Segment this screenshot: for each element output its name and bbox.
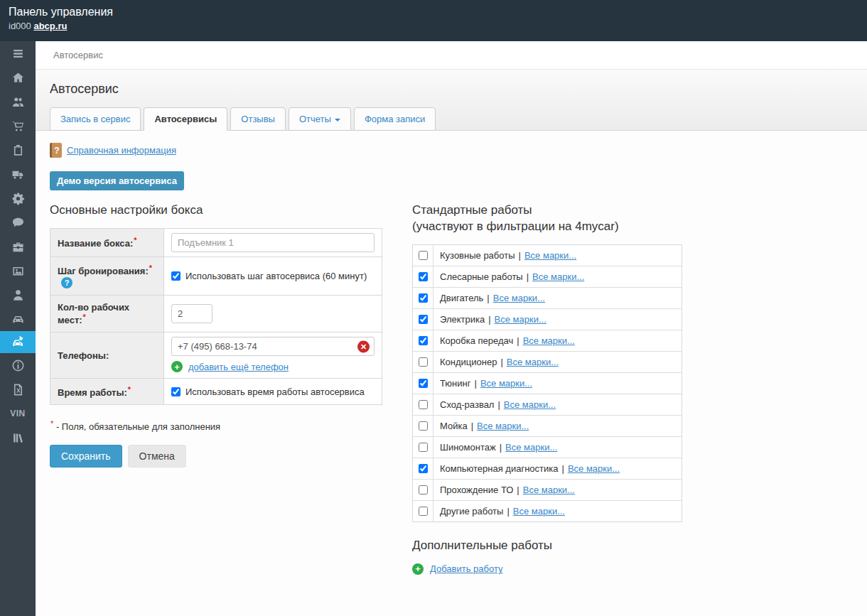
sidebar-item-toolbox[interactable] xyxy=(0,234,36,259)
work-checkbox[interactable] xyxy=(419,379,428,388)
form-row-phones: Телефоны: ✕ + добавить ещё телефон xyxy=(50,333,382,379)
work-row: Коробка передач|Все марки... xyxy=(413,330,682,351)
sidebar-item-image[interactable] xyxy=(0,259,36,283)
use-service-time-label: Использовать время работы автосервиса xyxy=(185,387,365,397)
sidebar-item-cart[interactable] xyxy=(0,114,36,138)
use-service-time-checkbox[interactable] xyxy=(171,387,181,396)
sidebar-item-clipboard[interactable] xyxy=(0,138,36,162)
cancel-button[interactable]: Отмена xyxy=(128,445,186,468)
cart-icon xyxy=(11,119,25,133)
account-line: id000 abcp.ru xyxy=(9,21,858,31)
work-row: Слесарные работы|Все марки... xyxy=(413,266,682,287)
sidebar-item-users[interactable] xyxy=(0,90,36,114)
form-row-slots: Кол-во рабочих мест:* xyxy=(50,295,382,332)
demo-version-badge[interactable]: Демо версия автосервиса xyxy=(50,171,184,190)
sidebar-item-info[interactable] xyxy=(0,353,36,377)
sidebar-item-car-service[interactable] xyxy=(0,331,36,353)
tab-5[interactable]: Форма записи xyxy=(354,107,436,131)
tab-3[interactable]: Отзывы xyxy=(230,107,286,131)
users-icon xyxy=(11,95,25,109)
all-brands-link[interactable]: Все марки... xyxy=(568,463,620,474)
app-title: Панель управления xyxy=(9,6,858,18)
tab-1[interactable]: Запись в сервис xyxy=(50,107,141,131)
work-row: Кузовные работы|Все марки... xyxy=(413,245,682,266)
sidebar-item-chat[interactable] xyxy=(0,210,36,234)
work-checkbox[interactable] xyxy=(419,421,428,431)
use-service-step-checkbox[interactable] xyxy=(171,271,181,281)
tab-2[interactable]: Автосервисы xyxy=(144,107,227,131)
all-brands-link[interactable]: Все марки... xyxy=(523,335,575,346)
sidebar-item-truck[interactable] xyxy=(0,162,36,186)
work-checkbox[interactable] xyxy=(419,293,428,303)
required-asterisk: * xyxy=(128,385,131,394)
work-checkbox[interactable] xyxy=(419,485,428,495)
tab-4[interactable]: Отчеты xyxy=(289,107,351,131)
sidebar-item-car[interactable] xyxy=(0,307,36,331)
add-phone-plus-icon[interactable]: + xyxy=(171,361,183,372)
box-name-input[interactable] xyxy=(171,233,375,252)
phones-label: Телефоны: xyxy=(58,350,109,361)
all-brands-link[interactable]: Все марки... xyxy=(480,378,532,389)
all-brands-link[interactable]: Все марки... xyxy=(523,485,575,495)
info-icon xyxy=(11,359,25,372)
all-brands-link[interactable]: Все марки... xyxy=(495,314,546,325)
help-link[interactable]: Справочная информация xyxy=(67,145,176,156)
tab-bar: Запись в сервисАвтосервисыОтзывыОтчетыФо… xyxy=(50,107,867,131)
person-icon xyxy=(11,288,25,302)
all-brands-link[interactable]: Все марки... xyxy=(513,506,565,517)
work-label: Коробка передач xyxy=(440,335,513,346)
form-row-name: Название бокса:* xyxy=(50,228,382,256)
remove-phone-icon[interactable]: ✕ xyxy=(357,340,370,352)
box-name-label: Название бокса: xyxy=(58,239,133,249)
work-checkbox[interactable] xyxy=(419,400,428,409)
required-asterisk: * xyxy=(149,264,152,272)
phone-input[interactable] xyxy=(171,337,375,356)
sidebar-item-menu[interactable] xyxy=(0,41,36,65)
all-brands-link[interactable]: Все марки... xyxy=(505,442,557,453)
all-brands-link[interactable]: Все марки... xyxy=(504,399,556,410)
sidebar-item-books[interactable] xyxy=(0,426,36,450)
work-checkbox[interactable] xyxy=(419,315,428,324)
add-phone-link[interactable]: добавить ещё телефон xyxy=(188,362,289,372)
account-domain-link[interactable]: abcp.ru xyxy=(33,21,67,31)
work-row: Тюнинг|Все марки... xyxy=(413,372,682,394)
work-checkbox[interactable] xyxy=(419,272,428,281)
car-service-icon xyxy=(11,335,25,349)
books-icon xyxy=(11,431,25,445)
work-checkbox[interactable] xyxy=(419,443,428,452)
work-checkbox[interactable] xyxy=(419,251,428,260)
required-footnote: * - Поля, обязательные для заполнения xyxy=(50,419,382,432)
box-settings-panel: Основные настройки бокса Название бокса:… xyxy=(50,202,382,575)
all-brands-link[interactable]: Все марки... xyxy=(507,357,559,367)
car-icon xyxy=(11,313,25,326)
work-checkbox[interactable] xyxy=(419,357,428,367)
work-checkbox[interactable] xyxy=(419,507,428,516)
work-checkbox[interactable] xyxy=(419,464,428,473)
sidebar-item-person[interactable] xyxy=(0,283,36,307)
help-row: ? Справочная информация xyxy=(50,143,849,158)
breadcrumb-item[interactable]: Автосервис xyxy=(53,50,103,60)
sidebar-item-excel[interactable] xyxy=(0,377,36,401)
add-work-row: + Добавить работу xyxy=(412,563,682,575)
all-brands-link[interactable]: Все марки... xyxy=(477,421,529,431)
all-brands-link[interactable]: Все марки... xyxy=(524,250,576,261)
question-help-icon[interactable]: ? xyxy=(61,277,72,288)
required-asterisk: * xyxy=(134,236,136,244)
sidebar-item-vin[interactable]: VIN xyxy=(0,401,36,426)
sidebar-item-gear[interactable] xyxy=(0,186,36,210)
account-id: id000 xyxy=(9,21,31,31)
work-checkbox[interactable] xyxy=(419,336,428,345)
workplaces-input[interactable] xyxy=(171,304,212,323)
workplaces-label: Кол-во рабочих мест: xyxy=(58,302,129,325)
work-label: Шиномонтаж xyxy=(440,442,496,453)
additional-works-heading: Дополнительные работы xyxy=(412,538,682,554)
all-brands-link[interactable]: Все марки... xyxy=(493,293,545,303)
add-work-link[interactable]: Добавить работу xyxy=(430,563,503,574)
sidebar-item-home[interactable] xyxy=(0,65,36,90)
work-label: Слесарные работы xyxy=(440,271,523,282)
add-work-plus-icon[interactable]: + xyxy=(412,563,424,575)
all-brands-link[interactable]: Все марки... xyxy=(532,271,584,282)
work-label: Кузовные работы xyxy=(440,250,515,261)
work-row: Сход-развал|Все марки... xyxy=(413,394,682,415)
save-button[interactable]: Сохранить xyxy=(50,445,122,468)
